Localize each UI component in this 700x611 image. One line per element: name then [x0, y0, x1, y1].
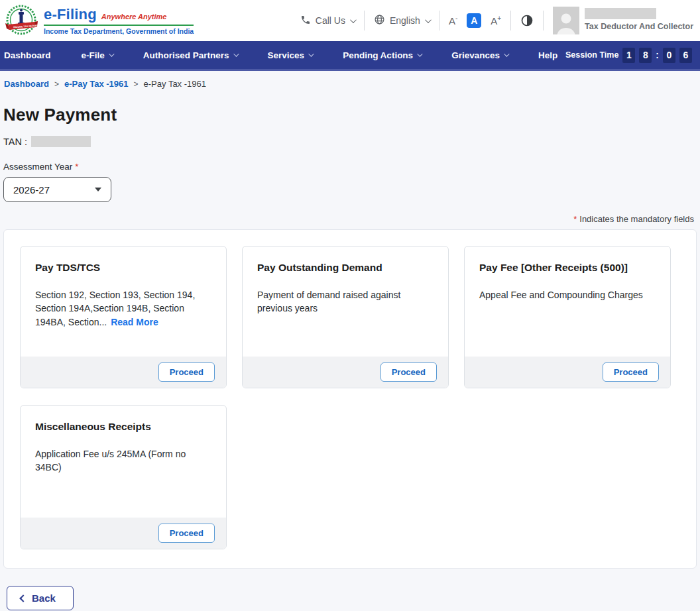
chevron-down-icon: [417, 51, 422, 56]
tan-value-redacted: [31, 136, 91, 147]
chevron-down-icon: [109, 51, 114, 56]
user-name-redacted: [585, 8, 656, 19]
breadcrumb: Dashboard > e-Pay Tax -1961 > e-Pay Tax …: [0, 71, 700, 95]
proceed-button-miscellaneous[interactable]: Proceed: [158, 524, 215, 543]
nav-item-e-file[interactable]: e-File: [82, 50, 113, 60]
chevron-down-icon: [425, 17, 432, 23]
breadcrumb-separator: >: [54, 80, 59, 89]
breadcrumb-current: e-Pay Tax -1961: [144, 79, 206, 89]
card-title: Pay TDS/TCS: [35, 262, 211, 274]
session-digit: 1: [622, 48, 635, 63]
font-normal-button[interactable]: A: [467, 13, 481, 28]
breadcrumb-dashboard[interactable]: Dashboard: [4, 79, 49, 89]
brand-tagline: Anywhere Anytime: [101, 13, 167, 21]
breadcrumb-separator: >: [134, 80, 139, 89]
language-label: English: [390, 15, 420, 26]
font-decrease-button[interactable]: A-: [449, 15, 457, 27]
chevron-down-icon: [233, 51, 239, 56]
card-description: Appeal Fee and Compounding Charges: [479, 288, 656, 302]
brand-logo[interactable]: INCOME TAX DEPARTMENT e-Filing Anywhere …: [4, 3, 194, 38]
session-digit: 8: [639, 48, 652, 63]
payment-options-panel: Pay TDS/TCS Section 192, Section 193, Se…: [3, 229, 697, 569]
proceed-button-pay-tds-tcs[interactable]: Proceed: [158, 362, 215, 382]
chevron-left-icon: [19, 594, 27, 602]
income-tax-emblem-icon: INCOME TAX DEPARTMENT: [4, 3, 38, 38]
phone-icon: [300, 15, 311, 27]
back-button[interactable]: Back: [7, 586, 74, 610]
chevron-down-icon: [350, 17, 357, 23]
breadcrumb-e-pay-tax[interactable]: e-Pay Tax -1961: [64, 79, 129, 89]
assessment-year-label: Assessment Year: [3, 162, 72, 172]
proceed-button-pay-outstanding-demand[interactable]: Proceed: [380, 362, 437, 382]
session-digit: 0: [663, 48, 675, 63]
top-header: INCOME TAX DEPARTMENT e-Filing Anywhere …: [0, 0, 700, 41]
card-title: Pay Outstanding Demand: [257, 262, 434, 274]
header-divider: [439, 11, 439, 30]
card-pay-tds-tcs: Pay TDS/TCS Section 192, Section 193, Se…: [20, 246, 227, 388]
globe-icon: [374, 14, 385, 27]
read-more-link[interactable]: Read More: [111, 317, 158, 327]
brand-title: e-Filing: [44, 6, 97, 23]
card-miscellaneous-receipts: Miscellaneous Receipts Application Fee u…: [20, 405, 227, 549]
user-role-label: Tax Deductor And Collector: [585, 22, 693, 31]
proceed-button-pay-fee[interactable]: Proceed: [603, 362, 659, 382]
session-time-label: Session Time: [565, 50, 618, 60]
header-divider: [543, 11, 544, 30]
mandatory-fields-note: *Indicates the mandatory fields: [3, 214, 694, 224]
select-caret-icon: [95, 188, 101, 192]
nav-item-services[interactable]: Services: [268, 50, 313, 60]
card-description: Application Fee u/s 245MA (Form no 34BC): [35, 447, 211, 474]
main-nav: Dashboard e-File Authorised Partners Ser…: [0, 41, 700, 71]
session-digit: 6: [679, 48, 692, 63]
required-asterisk: *: [573, 214, 577, 224]
card-title: Pay Fee [Other Receipts (500)]: [479, 262, 656, 274]
chevron-down-icon: [308, 51, 314, 56]
required-asterisk: *: [75, 162, 78, 172]
card-description: Payment of demand raised against previou…: [257, 288, 434, 315]
header-divider: [510, 11, 511, 30]
user-profile[interactable]: Tax Deductor And Collector: [553, 7, 693, 34]
card-description: Section 192, Section 193, Section 194, S…: [35, 288, 211, 329]
call-us-menu[interactable]: Call Us: [300, 15, 355, 27]
nav-item-authorised-partners[interactable]: Authorised Partners: [143, 50, 237, 60]
avatar: [553, 7, 579, 34]
nav-item-dashboard[interactable]: Dashboard: [4, 50, 51, 60]
language-menu[interactable]: English: [374, 14, 430, 27]
session-timer: Session Time 1 8 : 0 6: [565, 48, 692, 63]
nav-item-grievances[interactable]: Grievances: [451, 50, 508, 60]
tan-label: TAN :: [3, 137, 27, 147]
main-content: New Payment TAN : Assessment Year* 2026-…: [0, 95, 700, 611]
call-us-label: Call Us: [316, 15, 345, 26]
font-increase-button[interactable]: A+: [491, 15, 501, 27]
assessment-year-select[interactable]: 2026-27: [3, 177, 111, 202]
contrast-toggle-icon[interactable]: [520, 14, 534, 27]
assessment-year-value: 2026-27: [13, 184, 50, 195]
card-title: Miscellaneous Receipts: [35, 421, 211, 433]
nav-item-help[interactable]: Help: [538, 50, 557, 60]
card-pay-fee-other-receipts: Pay Fee [Other Receipts (500)] Appeal Fe…: [464, 246, 671, 388]
header-divider: [364, 11, 365, 30]
chevron-down-icon: [504, 51, 509, 56]
page-title: New Payment: [3, 105, 697, 125]
session-colon: :: [656, 50, 659, 60]
nav-item-pending-actions[interactable]: Pending Actions: [343, 50, 421, 60]
card-pay-outstanding-demand: Pay Outstanding Demand Payment of demand…: [242, 246, 449, 388]
brand-subtitle: Income Tax Department, Government of Ind…: [44, 27, 194, 35]
